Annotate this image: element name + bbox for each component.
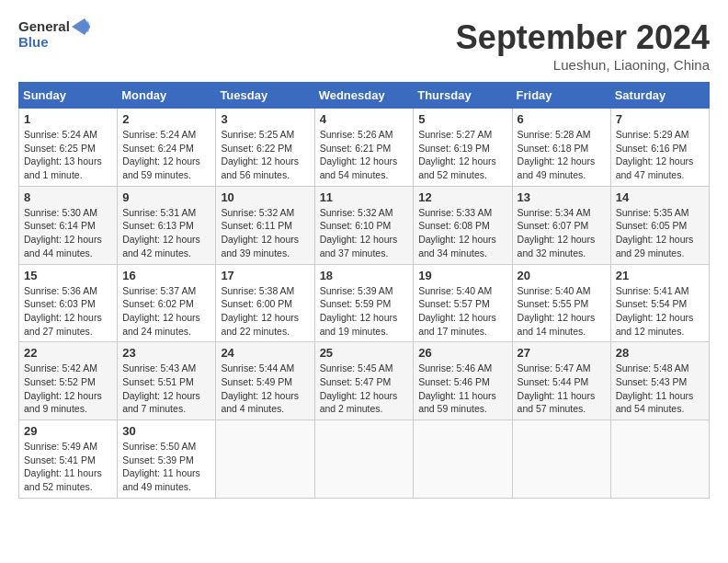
calendar-cell: 22Sunrise: 5:42 AM Sunset: 5:52 PM Dayli… xyxy=(19,342,118,420)
calendar-cell: 26Sunrise: 5:46 AM Sunset: 5:46 PM Dayli… xyxy=(414,342,512,420)
day-number: 7 xyxy=(616,112,704,126)
logo-blue: Blue xyxy=(18,35,49,51)
day-number: 24 xyxy=(221,346,309,360)
day-info: Sunrise: 5:30 AM Sunset: 6:14 PM Dayligh… xyxy=(24,206,112,260)
day-info: Sunrise: 5:39 AM Sunset: 5:59 PM Dayligh… xyxy=(320,284,409,339)
day-number: 4 xyxy=(320,112,409,126)
day-info: Sunrise: 5:33 AM Sunset: 6:08 PM Dayligh… xyxy=(418,206,506,260)
calendar-cell: 8Sunrise: 5:30 AM Sunset: 6:14 PM Daylig… xyxy=(19,186,118,264)
day-info: Sunrise: 5:42 AM Sunset: 5:52 PM Dayligh… xyxy=(24,362,112,416)
calendar-table: SundayMondayTuesdayWednesdayThursdayFrid… xyxy=(18,82,710,499)
day-info: Sunrise: 5:46 AM Sunset: 5:46 PM Dayligh… xyxy=(418,362,506,416)
calendar-week-row: 8Sunrise: 5:30 AM Sunset: 6:14 PM Daylig… xyxy=(19,186,710,264)
day-number: 12 xyxy=(418,190,506,204)
calendar-cell: 19Sunrise: 5:40 AM Sunset: 5:57 PM Dayli… xyxy=(414,264,512,342)
day-info: Sunrise: 5:43 AM Sunset: 5:51 PM Dayligh… xyxy=(122,362,210,416)
day-number: 8 xyxy=(24,190,112,204)
day-number: 15 xyxy=(24,269,112,282)
day-info: Sunrise: 5:45 AM Sunset: 5:47 PM Dayligh… xyxy=(320,362,409,416)
day-number: 27 xyxy=(518,346,606,360)
day-info: Sunrise: 5:24 AM Sunset: 6:25 PM Dayligh… xyxy=(24,128,112,182)
calendar-cell: 15Sunrise: 5:36 AM Sunset: 6:03 PM Dayli… xyxy=(19,264,118,342)
calendar-cell: 11Sunrise: 5:32 AM Sunset: 6:10 PM Dayli… xyxy=(314,186,414,264)
day-info: Sunrise: 5:26 AM Sunset: 6:21 PM Dayligh… xyxy=(320,128,409,182)
calendar-cell: 29Sunrise: 5:49 AM Sunset: 5:41 PM Dayli… xyxy=(19,420,118,499)
day-info: Sunrise: 5:40 AM Sunset: 5:55 PM Dayligh… xyxy=(518,284,606,339)
logo: General Blue xyxy=(18,18,90,51)
calendar-week-row: 1Sunrise: 5:24 AM Sunset: 6:25 PM Daylig… xyxy=(19,109,710,187)
title-block: September 2024 Lueshun, Liaoning, China xyxy=(456,18,710,73)
calendar-cell: 14Sunrise: 5:35 AM Sunset: 6:05 PM Dayli… xyxy=(610,186,709,264)
calendar-cell xyxy=(512,420,610,499)
day-info: Sunrise: 5:32 AM Sunset: 6:11 PM Dayligh… xyxy=(221,206,309,260)
calendar-cell: 4Sunrise: 5:26 AM Sunset: 6:21 PM Daylig… xyxy=(314,109,414,187)
day-number: 14 xyxy=(616,190,704,204)
day-number: 21 xyxy=(616,269,704,282)
calendar-cell xyxy=(216,420,314,499)
calendar-cell: 12Sunrise: 5:33 AM Sunset: 6:08 PM Dayli… xyxy=(414,186,512,264)
calendar-cell: 2Sunrise: 5:24 AM Sunset: 6:24 PM Daylig… xyxy=(118,109,216,187)
calendar-cell: 17Sunrise: 5:38 AM Sunset: 6:00 PM Dayli… xyxy=(216,264,314,342)
day-info: Sunrise: 5:27 AM Sunset: 6:19 PM Dayligh… xyxy=(418,128,506,182)
day-number: 6 xyxy=(518,112,606,126)
calendar-cell: 18Sunrise: 5:39 AM Sunset: 5:59 PM Dayli… xyxy=(314,264,414,342)
calendar-cell: 20Sunrise: 5:40 AM Sunset: 5:55 PM Dayli… xyxy=(512,264,610,342)
day-info: Sunrise: 5:49 AM Sunset: 5:41 PM Dayligh… xyxy=(24,440,112,494)
calendar-cell: 21Sunrise: 5:41 AM Sunset: 5:54 PM Dayli… xyxy=(610,264,709,342)
day-info: Sunrise: 5:38 AM Sunset: 6:00 PM Dayligh… xyxy=(221,284,309,339)
day-number: 29 xyxy=(24,424,112,438)
day-info: Sunrise: 5:28 AM Sunset: 6:18 PM Dayligh… xyxy=(518,128,606,182)
calendar-cell: 1Sunrise: 5:24 AM Sunset: 6:25 PM Daylig… xyxy=(19,109,118,187)
day-info: Sunrise: 5:25 AM Sunset: 6:22 PM Dayligh… xyxy=(221,128,309,182)
day-info: Sunrise: 5:35 AM Sunset: 6:05 PM Dayligh… xyxy=(616,206,704,260)
day-number: 9 xyxy=(122,190,210,204)
logo-bird-icon xyxy=(72,18,90,35)
calendar-week-row: 22Sunrise: 5:42 AM Sunset: 5:52 PM Dayli… xyxy=(19,342,710,420)
weekday-header: Wednesday xyxy=(314,83,414,109)
calendar-cell: 6Sunrise: 5:28 AM Sunset: 6:18 PM Daylig… xyxy=(512,109,610,187)
calendar-cell: 16Sunrise: 5:37 AM Sunset: 6:02 PM Dayli… xyxy=(118,264,216,342)
day-number: 2 xyxy=(122,112,210,126)
day-info: Sunrise: 5:40 AM Sunset: 5:57 PM Dayligh… xyxy=(418,284,506,339)
day-number: 18 xyxy=(320,269,409,282)
logo-general: General xyxy=(18,19,70,35)
month-title: September 2024 xyxy=(456,18,710,57)
day-number: 10 xyxy=(221,190,309,204)
day-number: 11 xyxy=(320,190,409,204)
day-number: 30 xyxy=(122,424,210,438)
day-number: 13 xyxy=(518,190,606,204)
calendar-cell xyxy=(314,420,414,499)
day-info: Sunrise: 5:29 AM Sunset: 6:16 PM Dayligh… xyxy=(616,128,704,182)
calendar-cell: 28Sunrise: 5:48 AM Sunset: 5:43 PM Dayli… xyxy=(610,342,709,420)
calendar-cell: 9Sunrise: 5:31 AM Sunset: 6:13 PM Daylig… xyxy=(118,186,216,264)
calendar-cell: 25Sunrise: 5:45 AM Sunset: 5:47 PM Dayli… xyxy=(314,342,414,420)
calendar-cell: 10Sunrise: 5:32 AM Sunset: 6:11 PM Dayli… xyxy=(216,186,314,264)
day-number: 25 xyxy=(320,346,409,360)
calendar-cell xyxy=(610,420,709,499)
day-info: Sunrise: 5:24 AM Sunset: 6:24 PM Dayligh… xyxy=(122,128,210,182)
day-number: 16 xyxy=(122,269,210,282)
weekday-header: Sunday xyxy=(19,83,118,109)
weekday-header: Monday xyxy=(118,83,216,109)
weekday-header: Tuesday xyxy=(216,83,314,109)
calendar-cell: 3Sunrise: 5:25 AM Sunset: 6:22 PM Daylig… xyxy=(216,109,314,187)
day-info: Sunrise: 5:48 AM Sunset: 5:43 PM Dayligh… xyxy=(616,362,704,416)
day-number: 5 xyxy=(418,112,506,126)
weekday-header: Thursday xyxy=(414,83,512,109)
day-number: 22 xyxy=(24,346,112,360)
weekday-header: Saturday xyxy=(610,83,709,109)
calendar-cell: 23Sunrise: 5:43 AM Sunset: 5:51 PM Dayli… xyxy=(118,342,216,420)
calendar-header-row: SundayMondayTuesdayWednesdayThursdayFrid… xyxy=(19,83,710,109)
day-info: Sunrise: 5:36 AM Sunset: 6:03 PM Dayligh… xyxy=(24,284,112,339)
weekday-header: Friday xyxy=(512,83,610,109)
day-number: 3 xyxy=(221,112,309,126)
calendar-cell: 13Sunrise: 5:34 AM Sunset: 6:07 PM Dayli… xyxy=(512,186,610,264)
calendar-cell: 27Sunrise: 5:47 AM Sunset: 5:44 PM Dayli… xyxy=(512,342,610,420)
day-number: 1 xyxy=(24,112,112,126)
calendar-cell: 24Sunrise: 5:44 AM Sunset: 5:49 PM Dayli… xyxy=(216,342,314,420)
day-info: Sunrise: 5:34 AM Sunset: 6:07 PM Dayligh… xyxy=(518,206,606,260)
day-info: Sunrise: 5:37 AM Sunset: 6:02 PM Dayligh… xyxy=(122,284,210,339)
location: Lueshun, Liaoning, China xyxy=(456,57,710,73)
day-number: 28 xyxy=(616,346,704,360)
day-number: 20 xyxy=(518,269,606,282)
